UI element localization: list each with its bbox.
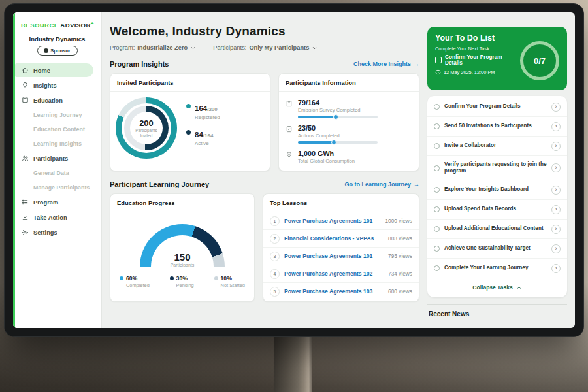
survey-icon [286,100,293,107]
chevron-right-icon[interactable]: › [551,186,561,195]
participants-filter[interactable]: Participants: Only My Participants [213,44,318,51]
chevron-right-icon[interactable]: › [551,122,561,131]
legend-completed: 60% Completed [120,275,150,288]
todo-panel: Your To Do List Complete Your Next Task:… [427,27,567,318]
stat-global-consumption: 1,000 GWh Total Global Consumption [286,150,412,164]
sidebar-item-participants[interactable]: Participants [13,152,101,165]
sidebar-item-general-data[interactable]: General Data [13,167,101,180]
sidebar-item-label: Home [33,67,50,74]
section-title-learning-journey: Participant Learning Journey [110,180,209,188]
card-title: Invited Participants [110,74,270,92]
todo-progress-ring: 0/7 [520,41,559,80]
legend-not-started: 10% Not Started [214,275,245,288]
task-invite-collaborator[interactable]: Invite a Collaborator › [427,137,567,156]
check-more-insights-link[interactable]: Check More Insights → [353,61,419,67]
journey-cards-row: Education Progress 150 Participants 60% … [110,193,419,302]
donut-center: 200 Participants Invited [116,97,177,159]
chevron-right-icon[interactable]: › [551,103,561,112]
legend-label: Completed [126,282,150,288]
checkbox-icon[interactable] [435,57,442,63]
legend-label: Registered [195,114,220,120]
lesson-link[interactable]: Power Purchase Agreements 102 [284,270,384,277]
sidebar-item-learning-journey[interactable]: Learning Journey [13,108,101,122]
radio-icon[interactable] [434,143,440,149]
learning-journey-header: Participant Learning Journey Go to Learn… [110,180,419,188]
legend-dot-completed [120,276,123,280]
legend-total: /164 [203,133,214,139]
task-complete-learning-journey[interactable]: Complete Your Learning Journey › [427,259,567,278]
lesson-rank: 2 [270,234,280,244]
sidebar-item-manage-participants[interactable]: Manage Participants [13,181,101,194]
sidebar-item-learning-insights[interactable]: Learning Insights [13,137,101,150]
sidebar-item-education[interactable]: Education [13,93,101,107]
sidebar: RESOURCE ADVISOR+ Industry Dynamics Spon… [13,12,102,328]
sidebar-item-program[interactable]: Program [13,195,101,209]
sidebar-item-label: General Data [33,170,69,176]
radio-icon[interactable] [434,265,440,271]
stat-label: Total Global Consumption [298,158,355,164]
book-icon [22,97,29,104]
chevron-right-icon[interactable]: › [551,264,561,273]
chevron-right-icon[interactable]: › [551,163,561,172]
sponsor-icon [44,48,48,53]
task-achieve-sustainability-target[interactable]: Achieve One Sustainability Target › [427,239,567,259]
lesson-link[interactable]: Power Purchase Agreements 101 [284,218,380,224]
legend-label: Not Started [221,282,245,288]
link-label: Check More Insights [353,61,411,67]
chevron-right-icon[interactable]: › [551,205,561,214]
legend-dot-pending [170,276,174,280]
program-filter[interactable]: Program: Industrialize Zero [110,44,196,51]
legend-value: 164 [195,105,207,112]
logo-resource: RESOURCE [21,22,59,29]
task-upload-educational-content[interactable]: Upload Additional Educational Content › [427,220,567,239]
sidebar-item-label: Program [33,199,58,206]
sidebar-item-education-content[interactable]: Education Content [13,123,101,136]
lesson-link[interactable]: Power Purchase Agreements 101 [284,253,384,259]
sponsor-label: Sponsor [50,48,70,54]
invited-participants-card: Invited Participants 200 Participants In… [110,73,270,171]
chevron-right-icon[interactable]: › [551,142,561,151]
radio-icon[interactable] [434,187,440,193]
chevron-up-icon [516,285,522,291]
app-logo: RESOURCE ADVISOR+ [13,12,101,29]
link-label: Go to Learning Journey [344,181,411,188]
task-send-invitations[interactable]: Send 50 Invitations to Participants › [427,117,567,137]
todo-summary-card: Your To Do List Complete Your Next Task:… [427,27,567,90]
radio-icon[interactable] [434,206,440,212]
participants-filter-value: Only My Participants [249,44,309,51]
task-upload-spend-data[interactable]: Upload Spend Data Records › [427,200,567,220]
radio-icon[interactable] [434,104,440,110]
todo-due-label: 12 May 2025, 12:00 PM [444,69,495,75]
legend-pct: 60% [126,275,137,282]
lesson-link[interactable]: Financial Considerations - VPPAs [284,235,384,242]
todo-next-task[interactable]: Confirm Your Program Details [435,54,520,66]
radio-icon[interactable] [434,226,440,232]
legend-value: 84 [195,131,203,139]
legend-registered: 164/200 Registered [186,102,220,120]
radio-icon[interactable] [434,123,440,129]
clock-icon [435,69,441,75]
task-confirm-program-details[interactable]: Confirm Your Program Details › [427,97,567,117]
sidebar-accent-bar [13,12,15,328]
legend-dot-not-started [214,276,218,280]
sidebar-item-settings[interactable]: Settings [13,225,101,239]
arrow-right-icon: → [414,61,419,67]
participants-filter-label: Participants: [213,44,246,51]
chevron-right-icon[interactable]: › [551,225,561,234]
chevron-down-icon [190,45,196,51]
lesson-link[interactable]: Power Purchase Agreements 103 [284,288,384,295]
collapse-tasks-button[interactable]: Collapse Tasks [427,278,567,296]
radio-icon[interactable] [434,246,440,252]
sidebar-item-home[interactable]: Home [15,63,93,77]
task-label: Send 50 Invitations to Participants [444,123,547,130]
task-explore-insights[interactable]: Explore Your Insights Dashboard › [427,180,567,200]
sidebar-item-label: Insights [33,82,57,89]
stat-emission-survey: 79/164 Emission Survey Completed [286,99,412,118]
sidebar-item-insights[interactable]: Insights [13,78,101,92]
lesson-views: 600 views [388,288,412,295]
radio-icon[interactable] [434,165,440,171]
go-to-learning-journey-link[interactable]: Go to Learning Journey → [344,181,419,188]
task-verify-participants[interactable]: Verify participants requesting to join t… [427,156,567,180]
sidebar-item-take-action[interactable]: Take Action [13,210,101,224]
chevron-right-icon[interactable]: › [551,244,561,253]
